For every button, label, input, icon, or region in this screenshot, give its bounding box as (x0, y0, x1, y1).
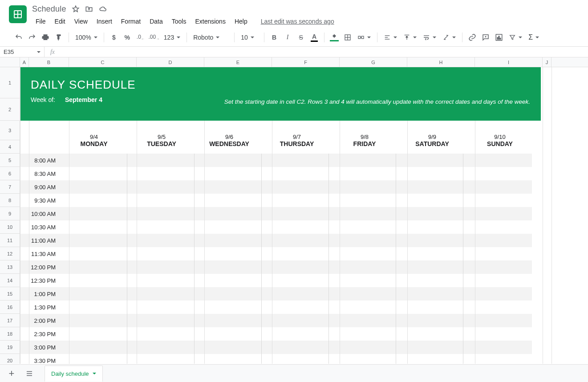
schedule-cell[interactable] (127, 234, 195, 247)
dec-increase-button[interactable]: .00→ (148, 31, 160, 44)
schedule-cell[interactable] (195, 220, 262, 234)
schedule-cell[interactable] (262, 234, 329, 247)
time-cell[interactable]: 3:00 PM (20, 341, 60, 354)
schedule-cell[interactable] (262, 287, 329, 301)
font-size-select[interactable]: 10 (238, 31, 260, 44)
row-header-20[interactable]: 20 (0, 354, 20, 364)
schedule-cell[interactable] (396, 314, 463, 327)
date-cell[interactable]: 9/4 (60, 134, 128, 140)
time-cell[interactable]: 3:30 PM (20, 354, 60, 364)
schedule-cell[interactable] (195, 207, 262, 220)
schedule-cell[interactable] (463, 327, 531, 341)
schedule-cell[interactable] (195, 354, 262, 364)
schedule-cell[interactable] (195, 327, 262, 341)
date-cell[interactable]: 9/7 (263, 134, 331, 140)
schedule-cell[interactable] (396, 301, 463, 314)
day-cell[interactable]: WEDNESDAY (195, 140, 263, 147)
menu-tools[interactable]: Tools (168, 16, 190, 27)
schedule-cell[interactable] (60, 247, 127, 260)
time-cell[interactable]: 9:30 AM (20, 194, 60, 207)
italic-button[interactable]: I (281, 31, 294, 44)
all-sheets-button[interactable] (21, 366, 37, 382)
title-cell[interactable]: DAILY SCHEDULE (31, 78, 541, 92)
date-cell[interactable]: 9/9 (398, 134, 466, 140)
strike-button[interactable]: S (295, 31, 307, 44)
print-button[interactable] (39, 31, 52, 44)
schedule-cell[interactable] (262, 167, 329, 180)
schedule-cell[interactable] (396, 327, 463, 341)
schedule-cell[interactable] (262, 247, 329, 260)
schedule-cell[interactable] (60, 167, 127, 180)
schedule-cell[interactable] (195, 301, 262, 314)
menu-edit[interactable]: Edit (51, 16, 69, 27)
schedule-cell[interactable] (329, 314, 396, 327)
schedule-cell[interactable] (262, 314, 329, 327)
sheet-tab[interactable]: Daily schedule (45, 366, 103, 382)
schedule-cell[interactable] (329, 234, 396, 247)
row-header-16[interactable]: 16 (0, 301, 20, 314)
merge-select[interactable] (355, 31, 373, 44)
row-header-18[interactable]: 18 (0, 327, 20, 341)
col-header-C[interactable]: C (69, 57, 137, 67)
time-cell[interactable]: 1:00 PM (20, 287, 60, 301)
schedule-cell[interactable] (195, 194, 262, 207)
schedule-cell[interactable] (463, 354, 531, 364)
week-of-label[interactable]: Week of: (31, 96, 55, 103)
schedule-cell[interactable] (60, 314, 127, 327)
time-cell[interactable]: 11:30 AM (20, 247, 60, 260)
schedule-cell[interactable] (127, 220, 195, 234)
schedule-cell[interactable] (463, 154, 531, 167)
schedule-cell[interactable] (195, 247, 262, 260)
name-box[interactable]: E35 (0, 47, 45, 57)
last-edit-link[interactable]: Last edit was seconds ago (261, 16, 334, 27)
day-cell[interactable]: TUESDAY (128, 140, 195, 147)
schedule-cell[interactable] (262, 220, 329, 234)
menu-insert[interactable]: Insert (93, 16, 116, 27)
day-cell[interactable]: THURSDAY (263, 140, 331, 147)
row-header-6[interactable]: 6 (0, 167, 20, 180)
fill-color-button[interactable] (328, 31, 341, 44)
schedule-cell[interactable] (463, 314, 531, 327)
schedule-cell[interactable] (329, 327, 396, 341)
time-cell[interactable]: 12:30 PM (20, 274, 60, 287)
row-header-17[interactable]: 17 (0, 314, 20, 327)
day-cell[interactable]: MONDAY (60, 140, 128, 147)
rotate-select[interactable] (440, 31, 458, 44)
schedule-cell[interactable] (329, 220, 396, 234)
day-cell[interactable]: SATURDAY (398, 140, 466, 147)
schedule-cell[interactable] (60, 194, 127, 207)
valign-select[interactable] (401, 31, 419, 44)
row-header-9[interactable]: 9 (0, 207, 20, 220)
schedule-cell[interactable] (396, 354, 463, 364)
schedule-cell[interactable] (127, 301, 195, 314)
schedule-cell[interactable] (195, 260, 262, 274)
date-cell[interactable]: 9/6 (195, 134, 263, 140)
row-header-10[interactable]: 10 (0, 220, 20, 234)
schedule-cell[interactable] (127, 247, 195, 260)
paint-format-button[interactable] (53, 31, 65, 44)
zoom-select[interactable]: 100% (73, 31, 100, 44)
col-header-A[interactable]: A (20, 57, 29, 67)
time-cell[interactable]: 11:00 AM (20, 234, 60, 247)
schedule-cell[interactable] (262, 274, 329, 287)
schedule-cell[interactable] (60, 220, 127, 234)
chart-button[interactable] (493, 31, 505, 44)
schedule-cell[interactable] (127, 260, 195, 274)
row-header-2[interactable]: 2 (0, 98, 20, 121)
schedule-cell[interactable] (127, 194, 195, 207)
schedule-cell[interactable] (396, 234, 463, 247)
schedule-cell[interactable] (127, 154, 195, 167)
col-header-J[interactable]: J (543, 57, 552, 67)
col-header-I[interactable]: I (475, 57, 543, 67)
schedule-cell[interactable] (329, 287, 396, 301)
schedule-cell[interactable] (127, 207, 195, 220)
schedule-cell[interactable] (262, 301, 329, 314)
schedule-cell[interactable] (396, 194, 463, 207)
schedule-cell[interactable] (396, 274, 463, 287)
schedule-cell[interactable] (60, 207, 127, 220)
col-header-D[interactable]: D (137, 57, 204, 67)
schedule-cell[interactable] (60, 260, 127, 274)
undo-button[interactable] (12, 31, 25, 44)
schedule-cell[interactable] (60, 301, 127, 314)
col-header-B[interactable]: B (29, 57, 69, 67)
